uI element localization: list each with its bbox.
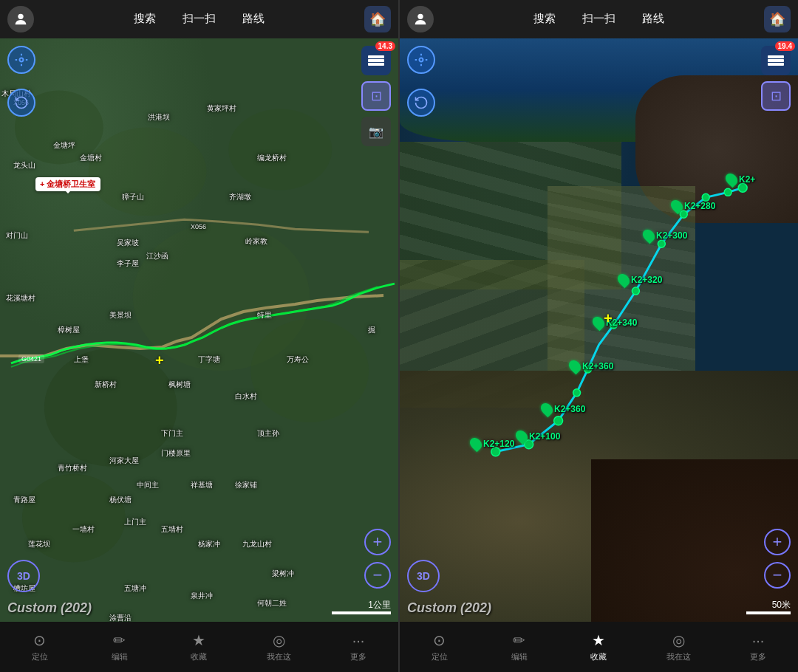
left-zoom-in[interactable]: + [364,529,391,555]
left-watermark: Custom (202) [7,600,92,616]
left-home-icon[interactable]: 🏠 [364,6,391,32]
k-marker-K2-340: K2+340 [593,316,637,329]
label-祥基塘: 祥基塘 [191,480,213,490]
right-3d-button[interactable]: 3D [407,560,440,592]
left-user-icon[interactable] [7,6,34,32]
right-zoom-in[interactable]: + [764,529,791,555]
left-camera-button[interactable]: 📷 [361,117,391,146]
left-tab-more[interactable]: ··· 更多 [318,632,398,662]
right-rotate-tool[interactable] [407,89,435,117]
label-一墙村: 一墙村 [72,524,95,535]
left-layers-button[interactable]: 14.3 [361,46,391,75]
left-tab-location[interactable]: ⊙ 定位 [0,631,80,662]
left-search-tab[interactable]: 搜索 [120,7,169,32]
left-crosshair: + [155,352,164,369]
left-top-bar: 搜索 扫一扫 路线 🏠 [0,0,398,38]
right-route-tab[interactable]: 路线 [629,7,678,32]
r-more-label: 更多 [750,651,766,662]
left-tab-edit[interactable]: ✏ 编辑 [80,631,160,662]
svg-point-4 [228,109,332,191]
svg-point-0 [18,14,23,19]
right-map-tools: 19.4 ⊡ [761,46,791,111]
label-泉井冲: 泉井冲 [191,591,213,601]
left-route-tab[interactable]: 路线 [229,7,278,32]
right-tab-favorites[interactable]: ★ 收藏 [559,631,639,662]
right-zoom-out[interactable]: − [764,562,791,589]
right-map-container[interactable]: K2+ K2+280 K2+300 K2+320 K2+340 [400,38,798,622]
label-花溪塘村: 花溪塘村 [6,293,35,304]
k-marker-K2-360-lower: K2+360 [542,402,585,416]
r-edit-label: 编辑 [511,651,528,662]
label-X056-2: X056 [191,223,206,230]
left-location-tool[interactable] [7,46,35,74]
label-上堡: 上堡 [74,354,89,365]
right-tab-edit[interactable]: ✏ 编辑 [480,631,559,662]
svg-point-7 [250,319,369,422]
left-frame-button[interactable]: ⊡ [361,81,391,111]
here-icon: ◎ [273,631,285,649]
label-对门山: 对门山 [6,230,28,241]
svg-point-3 [89,128,207,216]
label-顶主孙: 顶主孙 [257,428,279,439]
right-tab-location[interactable]: ⊙ 定位 [400,631,480,662]
right-map-panel: 搜索 扫一扫 路线 🏠 [400,0,798,672]
left-rotate-tool[interactable] [7,89,35,117]
left-nav-tabs: 搜索 扫一扫 路线 [120,7,278,32]
left-map-panel: 搜索 扫一扫 路线 🏠 [0,0,398,672]
edit-label: 编辑 [112,651,128,662]
right-tab-here[interactable]: ◎ 我在这 [638,631,718,662]
right-tab-more[interactable]: ··· 更多 [718,632,798,662]
left-tab-favorites[interactable]: ★ 收藏 [160,631,239,662]
label-白水村: 白水村 [235,391,257,402]
left-zoom-out[interactable]: − [364,562,391,589]
left-scan-tab[interactable]: 扫一扫 [169,7,229,32]
right-top-bar: 搜索 扫一扫 路线 🏠 [400,0,798,38]
right-frame-button[interactable]: ⊡ [761,81,791,111]
label-徐家铺: 徐家铺 [235,480,257,490]
right-crosshair: + [604,310,613,327]
right-layers-button[interactable]: 19.4 [761,46,791,75]
left-map-container[interactable]: 木局山村 X056 洪港坝 黄家坪村 金塘坪 金塘村 龙头山 编龙桥村 獐子山 … [0,38,398,622]
k-marker-K2-280: K2+280 [672,199,715,213]
left-layers-badge: 14.3 [375,41,395,51]
label-李子屋: 李子屋 [117,258,139,269]
right-location-tool[interactable] [407,46,435,74]
r-location-label: 定位 [432,651,448,662]
svg-point-10 [417,14,423,19]
label-岭家教: 岭家教 [245,236,267,247]
label-黄家坪村: 黄家坪村 [207,103,236,114]
right-user-icon[interactable] [407,6,434,32]
k-marker-K2plus: K2+ [726,173,755,186]
label-涂曹沿: 涂曹沿 [109,613,132,622]
r-here-icon: ◎ [672,631,685,649]
label-五塘冲: 五塘冲 [124,583,146,594]
label-金塘村: 金塘村 [80,153,102,163]
edit-icon: ✏ [113,631,126,649]
label-门楼原里: 门楼原里 [161,448,191,459]
k-marker-K2-360-upper: K2+360 [570,360,613,373]
r-here-label: 我在这 [666,651,691,662]
r-location-icon: ⊙ [433,631,446,649]
left-3d-button[interactable]: 3D [7,560,40,592]
right-search-tab[interactable]: 搜索 [520,7,569,32]
label-獐子山: 獐子山 [122,192,144,202]
label-青路屋: 青路屋 [13,495,35,505]
left-tab-here[interactable]: ◎ 我在这 [239,631,318,662]
location-icon: ⊙ [33,631,46,649]
right-scan-tab[interactable]: 扫一扫 [569,7,629,32]
location-label: 定位 [32,651,48,662]
label-五墙村: 五墙村 [161,524,183,535]
right-home-icon[interactable]: 🏠 [764,6,791,32]
svg-point-23 [420,58,423,62]
k-marker-K2-300: K2+300 [644,229,687,242]
label-吴家坡: 吴家坡 [117,238,139,248]
label-枫树塘: 枫树塘 [168,380,191,390]
r-more-icon: ··· [752,632,765,649]
star-icon: ★ [192,631,205,649]
label-特里: 特里 [257,310,272,320]
label-掘: 掘 [368,325,375,335]
label-新桥村: 新桥村 [95,380,117,390]
svg-point-9 [20,58,24,62]
poi-health-marker[interactable]: + 金塘桥卫生室 [35,177,100,191]
right-nav-tabs: 搜索 扫一扫 路线 [520,7,678,32]
